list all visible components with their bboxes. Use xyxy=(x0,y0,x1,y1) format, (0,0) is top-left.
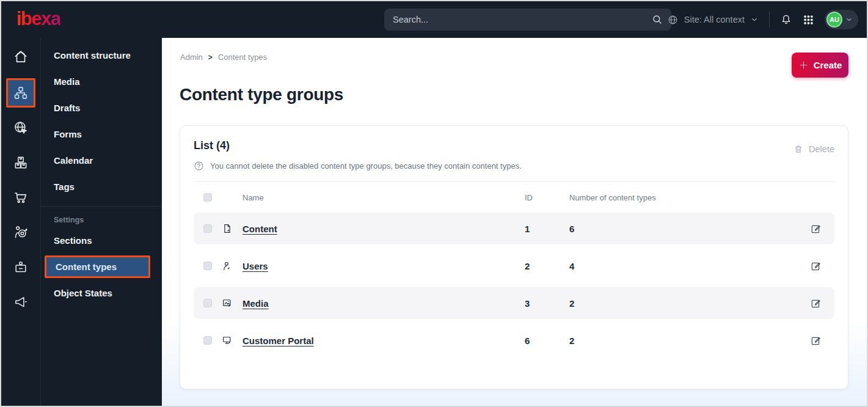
edit-button[interactable] xyxy=(810,334,825,346)
rail-item-site[interactable] xyxy=(7,114,34,141)
delete-button-label: Delete xyxy=(809,144,834,154)
sidebar-item-content-structure[interactable]: Content structure xyxy=(41,42,162,68)
rail-item-commerce[interactable] xyxy=(7,184,34,211)
select-all-checkbox[interactable] xyxy=(203,193,212,202)
row-checkbox[interactable] xyxy=(203,224,212,233)
sidebar-item-tags[interactable]: Tags xyxy=(41,174,162,200)
search-input[interactable] xyxy=(393,15,652,24)
rail-item-dashboard[interactable] xyxy=(7,43,34,70)
avatar: AU xyxy=(826,12,842,28)
group-link-media[interactable]: Media xyxy=(243,298,515,309)
sidebar-section-settings: Settings xyxy=(41,207,162,227)
sidebar-item-content-types[interactable]: Content types xyxy=(45,255,150,278)
topbar-divider xyxy=(769,12,770,28)
group-link-users[interactable]: Users xyxy=(243,261,515,271)
sidebar: Content structure Media Drafts Forms Cal… xyxy=(41,38,162,406)
user-icon xyxy=(222,260,233,271)
group-id: 3 xyxy=(525,298,560,309)
group-link-content[interactable]: Content xyxy=(243,224,515,234)
user-menu[interactable]: AU xyxy=(825,10,858,29)
help-text: You cannot delete the disabled content t… xyxy=(210,161,522,170)
main-content: Admin > Content types Create Content typ… xyxy=(162,38,867,406)
rail-item-marketing[interactable] xyxy=(7,288,34,315)
chevron-down-icon xyxy=(845,16,853,23)
home-icon xyxy=(13,49,29,65)
create-button[interactable]: Create xyxy=(792,53,848,78)
sidebar-item-calendar[interactable]: Calendar xyxy=(41,147,162,174)
image-icon xyxy=(222,298,233,309)
group-count: 4 xyxy=(569,261,800,271)
badge-icon xyxy=(13,259,29,275)
rail-item-products[interactable] xyxy=(7,149,34,176)
sitemap-icon xyxy=(13,85,29,101)
icon-rail xyxy=(1,38,41,406)
question-circle-icon xyxy=(194,161,204,171)
rail-item-content-structure[interactable] xyxy=(6,78,35,108)
site-context-label: Site: All context xyxy=(684,15,745,24)
trash-icon xyxy=(793,144,803,154)
megaphone-icon xyxy=(13,294,29,310)
cart-icon xyxy=(13,189,29,205)
plus-icon xyxy=(798,60,809,70)
sidebar-item-drafts[interactable]: Drafts xyxy=(41,95,162,121)
search-icon[interactable] xyxy=(652,14,663,25)
file-icon xyxy=(222,223,233,234)
page-title: Content type groups xyxy=(180,85,343,105)
row-checkbox[interactable] xyxy=(203,299,212,307)
ibexa-logo[interactable]: ibexa xyxy=(16,8,60,30)
breadcrumb-separator: > xyxy=(208,53,213,62)
delete-button[interactable]: Delete xyxy=(793,144,834,154)
table-header: Name ID Number of content types xyxy=(194,182,834,213)
rail-item-admin[interactable] xyxy=(7,254,34,280)
list-title: List (4) xyxy=(194,139,230,152)
edit-button[interactable] xyxy=(810,260,825,272)
breadcrumb-admin[interactable]: Admin xyxy=(180,53,203,62)
topbar: ibexa Site: All context AU xyxy=(1,1,867,38)
notifications-bell-icon[interactable] xyxy=(780,13,792,26)
content-type-groups-card: List (4) Delete You cannot delete the di… xyxy=(180,125,848,389)
group-count: 6 xyxy=(569,224,800,234)
group-id: 2 xyxy=(525,261,560,271)
globe-icon xyxy=(667,14,679,26)
column-header-id: ID xyxy=(525,193,560,202)
table-row: Media 3 2 xyxy=(194,287,834,319)
row-checkbox[interactable] xyxy=(203,262,212,270)
boxes-icon xyxy=(13,155,29,170)
column-header-count: Number of content types xyxy=(569,193,800,202)
group-id: 6 xyxy=(525,336,560,346)
rail-item-personalization[interactable] xyxy=(7,219,34,246)
breadcrumb-content-types: Content types xyxy=(218,53,267,62)
sidebar-item-object-states[interactable]: Object States xyxy=(41,280,162,306)
app-grid-icon[interactable] xyxy=(803,14,814,26)
create-button-label: Create xyxy=(814,60,842,70)
monitor-icon xyxy=(222,335,233,346)
group-count: 2 xyxy=(569,298,800,309)
sidebar-item-forms[interactable]: Forms xyxy=(41,121,162,147)
globe-pointer-icon xyxy=(13,120,29,136)
table-row: Customer Portal 6 2 xyxy=(194,324,834,356)
table-row: Users 2 4 xyxy=(194,250,834,282)
edit-button[interactable] xyxy=(810,297,825,309)
edit-button[interactable] xyxy=(810,222,825,235)
sidebar-item-media[interactable]: Media xyxy=(41,68,162,95)
chevron-down-icon xyxy=(750,15,759,24)
site-context-dropdown[interactable]: Site: All context xyxy=(667,14,759,26)
topbar-right-group: Site: All context AU xyxy=(667,1,858,38)
help-message: You cannot delete the disabled content t… xyxy=(194,161,834,171)
global-search[interactable] xyxy=(384,9,671,31)
sidebar-item-sections[interactable]: Sections xyxy=(41,227,162,254)
column-header-name: Name xyxy=(243,193,515,202)
table-row: Content 1 6 xyxy=(194,213,834,244)
group-link-customer-portal[interactable]: Customer Portal xyxy=(243,336,515,346)
group-id: 1 xyxy=(525,224,560,234)
group-count: 2 xyxy=(569,336,800,346)
person-target-icon xyxy=(13,224,29,240)
row-checkbox[interactable] xyxy=(203,336,212,345)
breadcrumb: Admin > Content types xyxy=(180,53,267,62)
